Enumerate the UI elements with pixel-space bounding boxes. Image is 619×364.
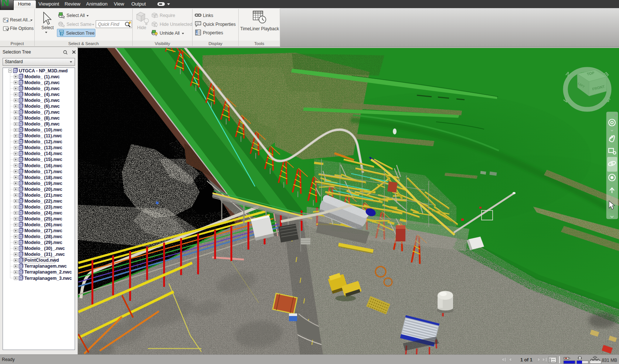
svg-text:Modelo_ (1).nwc: Modelo_ (1).nwc xyxy=(24,74,60,79)
svg-text:Modelo_ (11).nwc: Modelo_ (11).nwc xyxy=(24,133,62,138)
svg-text:Modelo_ (20).nwc: Modelo_ (20).nwc xyxy=(24,187,62,192)
svg-text:Modelo_ (2).nwc: Modelo_ (2).nwc xyxy=(24,80,60,85)
svg-text:Modelo_ (15).nwc: Modelo_ (15).nwc xyxy=(24,157,62,162)
svg-text:Modelo_ (8).nwc: Modelo_ (8).nwc xyxy=(24,116,60,121)
svg-text:Modelo_ (4).nwc: Modelo_ (4).nwc xyxy=(24,92,60,97)
svg-text:Modelo_ (27).nwc: Modelo_ (27).nwc xyxy=(24,228,62,233)
svg-text:831 MB: 831 MB xyxy=(602,358,617,363)
svg-text:Terraplanagem_2.nwc: Terraplanagem_2.nwc xyxy=(24,269,72,275)
svg-text:Modelo_ (6).nwc: Modelo_ (6).nwc xyxy=(24,104,60,109)
svg-text:Modelo_ (22).nwc: Modelo_ (22).nwc xyxy=(24,199,62,204)
svg-text:Modelo_ (14).nwc: Modelo_ (14).nwc xyxy=(24,151,62,156)
svg-text:Modelo_ (31)_.nwc: Modelo_ (31)_.nwc xyxy=(24,252,65,257)
svg-text:Modelo_ (17).nwc: Modelo_ (17).nwc xyxy=(24,169,62,174)
svg-text:Modelo_ (28).nwc: Modelo_ (28).nwc xyxy=(24,234,62,239)
svg-text:1 of 1: 1 of 1 xyxy=(520,357,533,363)
svg-text:Modelo_ (25).nwc: Modelo_ (25).nwc xyxy=(24,216,62,222)
svg-text:UTGCA - NP_M3D.nwd: UTGCA - NP_M3D.nwd xyxy=(19,68,68,73)
svg-text:Modelo_ (7).nwc: Modelo_ (7).nwc xyxy=(24,110,60,115)
svg-text:Modelo_ (9).nwc: Modelo_ (9).nwc xyxy=(24,121,60,127)
svg-text:Modelo_ (5).nwc: Modelo_ (5).nwc xyxy=(24,98,60,103)
svg-text:Modelo_ (29).nwc: Modelo_ (29).nwc xyxy=(24,240,62,245)
svg-text:Modelo_ (12).nwc: Modelo_ (12).nwc xyxy=(24,139,62,144)
svg-text:Modelo_ (23).nwc: Modelo_ (23).nwc xyxy=(24,205,62,210)
svg-text:Modelo_ (18).nwc: Modelo_ (18).nwc xyxy=(24,175,62,180)
svg-text:PointCloud.nwd: PointCloud.nwd xyxy=(24,258,59,263)
svg-text:Modelo_ (13).nwc: Modelo_ (13).nwc xyxy=(24,145,62,150)
svg-text:Terraplanagem_3.nwc: Terraplanagem_3.nwc xyxy=(24,276,72,281)
svg-text:Modelo_ (3).nwc: Modelo_ (3).nwc xyxy=(24,86,60,91)
svg-text:Modelo_ (30)_.nwc: Modelo_ (30)_.nwc xyxy=(24,246,65,251)
svg-text:Modelo_ (19).nwc: Modelo_ (19).nwc xyxy=(24,181,62,186)
svg-text:Modelo_ (10).nwc: Modelo_ (10).nwc xyxy=(24,127,62,133)
svg-text:Terraplanagem.nwc: Terraplanagem.nwc xyxy=(24,264,67,269)
svg-text:Modelo_ (26).nwc: Modelo_ (26).nwc xyxy=(24,222,62,227)
svg-text:Modelo_ (21).nwc: Modelo_ (21).nwc xyxy=(24,193,62,198)
svg-text:Modelo_ (16).nwc: Modelo_ (16).nwc xyxy=(24,163,62,168)
svg-text:Modelo_ (24).nwc: Modelo_ (24).nwc xyxy=(24,210,62,216)
